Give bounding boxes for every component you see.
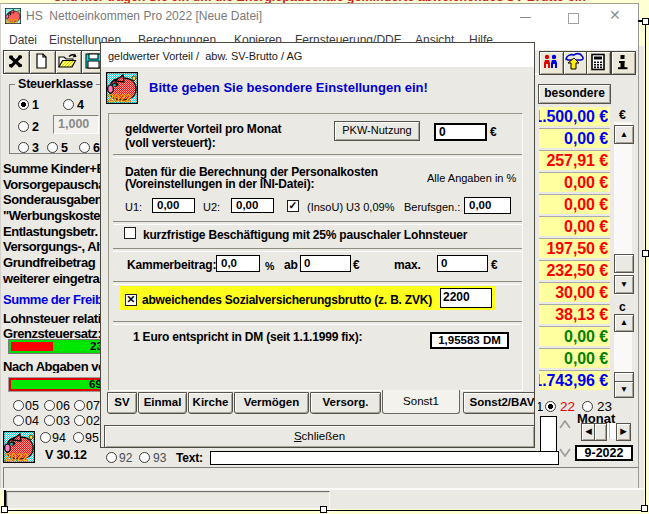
- svg-text:2022: 2022: [5, 451, 29, 463]
- svg-text:2022: 2022: [108, 92, 132, 104]
